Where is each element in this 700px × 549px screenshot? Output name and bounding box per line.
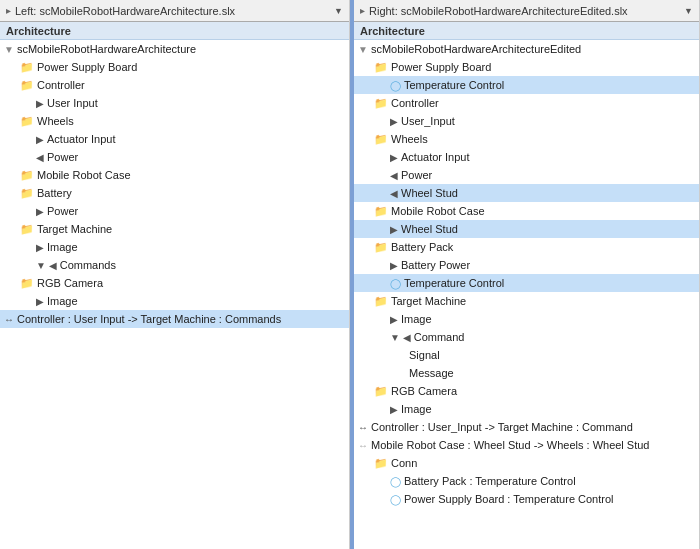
tree-item-label: Wheel Stud: [401, 223, 458, 235]
tree-item[interactable]: ◀Power: [354, 166, 699, 184]
arrow-right-icon: ▶: [390, 402, 401, 416]
arrow-right-icon: ▶: [390, 222, 401, 236]
root-icon: ▼: [4, 42, 17, 56]
tree-item-label: Signal: [409, 349, 440, 361]
folder-icon: 📁: [374, 240, 391, 254]
tree-item-label: Conn: [391, 457, 417, 469]
arrow-right-icon: ▶: [390, 312, 401, 326]
folder-icon: 📁: [20, 78, 37, 92]
tree-item[interactable]: 📁RGB Camera: [354, 382, 699, 400]
tree-item[interactable]: 📁RGB Camera: [0, 274, 349, 292]
tree-item[interactable]: ▶User Input: [0, 94, 349, 112]
tree-item[interactable]: ◀Power: [0, 148, 349, 166]
right-dropdown-icon[interactable]: ▼: [684, 6, 693, 16]
tree-item[interactable]: 📁Mobile Robot Case: [354, 202, 699, 220]
tree-item[interactable]: 📁Power Supply Board: [0, 58, 349, 76]
tree-item-label: Battery Pack: [391, 241, 453, 253]
tree-item-label: Battery Power: [401, 259, 470, 271]
tree-item[interactable]: 📁Controller: [354, 94, 699, 112]
tree-item[interactable]: 📁Mobile Robot Case: [0, 166, 349, 184]
tree-item-label: scMobileRobotHardwareArchitecture: [17, 43, 196, 55]
tree-item[interactable]: ◯Power Supply Board : Temperature Contro…: [354, 490, 699, 508]
tree-item[interactable]: ▶Image: [354, 310, 699, 328]
tree-item[interactable]: ▼ ◀Command: [354, 328, 699, 346]
connector-icon: ↔: [4, 312, 17, 326]
tree-item[interactable]: ↔Controller : User_Input -> Target Machi…: [354, 418, 699, 436]
tree-item[interactable]: ▶Wheel Stud: [354, 220, 699, 238]
tree-item[interactable]: ▶Battery Power: [354, 256, 699, 274]
tree-item-label: Target Machine: [391, 295, 466, 307]
tree-item[interactable]: 📁Battery: [0, 184, 349, 202]
tree-item[interactable]: ▼scMobileRobotHardwareArchitecture: [0, 40, 349, 58]
tree-item[interactable]: ▶Actuator Input: [354, 148, 699, 166]
tree-item[interactable]: 📁Target Machine: [0, 220, 349, 238]
tree-item[interactable]: ◯Temperature Control: [354, 76, 699, 94]
tree-item[interactable]: ▶Power: [0, 202, 349, 220]
connector-icon: ↔: [358, 420, 371, 434]
tree-item[interactable]: Message: [354, 364, 699, 382]
tree-item-label: Mobile Robot Case: [391, 205, 485, 217]
tree-item-label: Power Supply Board : Temperature Control: [404, 493, 614, 505]
arrow-left-icon: ◀: [36, 150, 47, 164]
tree-item-label: User_Input: [401, 115, 455, 127]
left-pane-title: Left: scMobileRobotHardwareArchitecture.…: [15, 5, 330, 17]
tree-item[interactable]: ↔Mobile Robot Case : Wheel Stud -> Wheel…: [354, 436, 699, 454]
tree-item-label: Command: [414, 331, 465, 343]
tree-item[interactable]: ▶Image: [354, 400, 699, 418]
tree-item[interactable]: 📁Conn: [354, 454, 699, 472]
folder-icon: 📁: [20, 168, 37, 182]
arrow-right-icon: ▶: [36, 240, 47, 254]
tree-item[interactable]: 📁Battery Pack: [354, 238, 699, 256]
arrow-left-icon: ◀: [390, 186, 401, 200]
left-pane: ▸ Left: scMobileRobotHardwareArchitectur…: [0, 0, 350, 549]
circle-icon: ◯: [390, 78, 404, 92]
right-tree: ▼scMobileRobotHardwareArchitectureEdited…: [354, 40, 699, 549]
tree-item[interactable]: ↔Controller : User Input -> Target Machi…: [0, 310, 349, 328]
tree-item[interactable]: ▶Image: [0, 238, 349, 256]
tree-item[interactable]: 📁Wheels: [0, 112, 349, 130]
folder-icon: 📁: [374, 384, 391, 398]
tree-item-label: Temperature Control: [404, 277, 504, 289]
arrow-right-icon: ▶: [36, 294, 47, 308]
tree-item-label: Power: [47, 151, 78, 163]
tree-item[interactable]: 📁Target Machine: [354, 292, 699, 310]
tree-item[interactable]: ▶Actuator Input: [0, 130, 349, 148]
tree-item[interactable]: 📁Wheels: [354, 130, 699, 148]
left-dropdown-icon[interactable]: ▼: [334, 6, 343, 16]
right-arrow-icon: ▸: [360, 5, 365, 16]
tree-item[interactable]: ▶User_Input: [354, 112, 699, 130]
arrow-right-icon: ▶: [390, 258, 401, 272]
tree-item-label: Target Machine: [37, 223, 112, 235]
tree-item-label: Battery: [37, 187, 72, 199]
folder-icon: 📁: [374, 96, 391, 110]
tree-item-label: User Input: [47, 97, 98, 109]
root-icon: ▼: [358, 42, 371, 56]
circle-icon: ◯: [390, 276, 404, 290]
tree-item[interactable]: Signal: [354, 346, 699, 364]
tree-item-label: Power Supply Board: [37, 61, 137, 73]
folder-icon: 📁: [374, 294, 391, 308]
tree-item[interactable]: ▶Image: [0, 292, 349, 310]
arrow-right-icon: ▶: [36, 204, 47, 218]
tree-item-label: Wheels: [37, 115, 74, 127]
tree-item[interactable]: ◯Temperature Control: [354, 274, 699, 292]
tree-item[interactable]: 📁Controller: [0, 76, 349, 94]
tree-item[interactable]: 📁Power Supply Board: [354, 58, 699, 76]
tree-item-label: Image: [47, 295, 78, 307]
left-section-label: Architecture: [6, 25, 71, 37]
arrow-right-icon: ▶: [36, 132, 47, 146]
tree-item-label: Mobile Robot Case: [37, 169, 131, 181]
tree-item[interactable]: ▼scMobileRobotHardwareArchitectureEdited: [354, 40, 699, 58]
arrow-right-icon: ▶: [390, 114, 401, 128]
folder-icon: 📁: [374, 204, 391, 218]
tree-item[interactable]: ◀Wheel Stud: [354, 184, 699, 202]
left-arrow-icon: ▸: [6, 5, 11, 16]
tree-item[interactable]: ▼ ◀Commands: [0, 256, 349, 274]
right-section-header: Architecture: [354, 22, 699, 40]
tree-item[interactable]: ◯Battery Pack : Temperature Control: [354, 472, 699, 490]
folder-icon: 📁: [20, 276, 37, 290]
tree-item-label: Controller: [37, 79, 85, 91]
arrow-right-icon: ▶: [390, 150, 401, 164]
folder-icon: 📁: [20, 60, 37, 74]
folder-icon: 📁: [374, 132, 391, 146]
